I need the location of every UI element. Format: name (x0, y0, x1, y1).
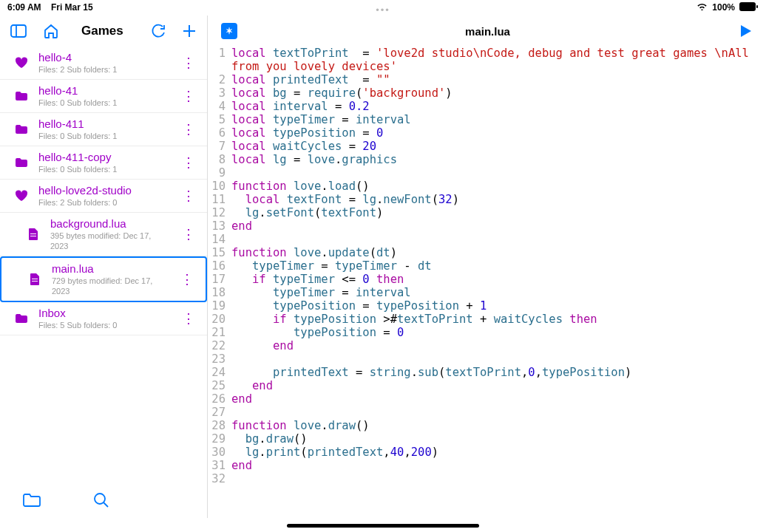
code-line[interactable]: local waitCycles = 20 (231, 140, 376, 153)
file-meta: Files: 0 Sub folders: 1 (38, 164, 170, 174)
panel-toggle-icon[interactable] (10, 24, 27, 38)
code-line[interactable]: from you lovely devices' (231, 60, 397, 73)
svg-rect-9 (32, 281, 38, 282)
line-number: 27 (208, 406, 231, 419)
open-folder-icon[interactable] (22, 493, 41, 508)
code-line[interactable]: end (231, 392, 252, 406)
code-line[interactable]: function love.update(dt) (231, 246, 397, 259)
line-number (208, 60, 231, 73)
line-number: 11 (208, 193, 231, 206)
code-line[interactable]: end (231, 339, 294, 352)
line-number: 5 (208, 113, 231, 126)
file-meta: Files: 0 Sub folders: 1 (38, 98, 170, 108)
more-icon[interactable]: ⋮ (179, 226, 198, 242)
code-line[interactable]: lg.setFont(textFont) (231, 206, 383, 219)
more-icon[interactable]: ⋮ (179, 154, 198, 171)
file-row[interactable]: hello-love2d-studioFiles: 2 Sub folders:… (0, 180, 207, 213)
code-line[interactable]: local printedText = "" (231, 73, 390, 86)
file-name: background.lua (50, 217, 170, 231)
line-number: 1 (208, 47, 231, 60)
search-icon[interactable] (93, 492, 109, 508)
home-icon[interactable] (43, 24, 59, 38)
line-number: 19 (208, 299, 231, 313)
line-number: 20 (208, 313, 231, 326)
code-line[interactable]: bg.draw() (231, 432, 308, 446)
file-meta: 729 bytes modified: Dec 17, 2023 (52, 276, 169, 296)
code-line[interactable]: function love.load() (231, 180, 370, 193)
more-icon[interactable]: ⋮ (179, 55, 198, 71)
line-number: 17 (208, 273, 231, 286)
more-icon[interactable]: ⋮ (179, 188, 198, 204)
code-line[interactable]: typePosition = 0 (231, 326, 404, 339)
file-icon (27, 273, 43, 286)
code-line[interactable]: local textToPrint = 'love2d studio\nCode… (231, 47, 756, 60)
file-row[interactable]: hello-4Files: 2 Sub folders: 1⋮ (0, 47, 207, 80)
line-number: 2 (208, 73, 231, 86)
multitask-dots-icon[interactable]: ••• (0, 4, 766, 16)
code-line[interactable]: if typeTimer <= 0 then (231, 273, 404, 286)
folder-icon (13, 313, 30, 324)
run-icon[interactable] (738, 24, 753, 38)
status-time: 6:09 AM (7, 2, 41, 13)
line-number: 18 (208, 286, 231, 299)
code-line[interactable]: local typePosition = 0 (231, 126, 383, 140)
line-number: 8 (208, 153, 231, 166)
file-meta: Files: 2 Sub folders: 0 (38, 197, 170, 208)
add-icon[interactable] (182, 24, 197, 38)
line-number: 15 (208, 246, 231, 259)
home-indicator[interactable] (287, 524, 479, 528)
code-editor[interactable]: 1local textToPrint = 'love2d studio\nCod… (208, 47, 766, 518)
line-number: 14 (208, 233, 231, 246)
code-line[interactable]: typeTimer = interval (231, 286, 411, 299)
file-row[interactable]: InboxFiles: 5 Sub folders: 0⋮ (0, 302, 207, 335)
file-name: main.lua (52, 262, 169, 276)
more-icon[interactable]: ⋮ (179, 121, 198, 137)
more-icon[interactable]: ⋮ (179, 88, 198, 104)
folder-icon (13, 124, 30, 134)
file-name: hello-41 (38, 84, 170, 98)
more-icon[interactable]: ⋮ (179, 310, 198, 327)
file-row[interactable]: hello-41Files: 0 Sub folders: 1⋮ (0, 80, 207, 113)
svg-point-10 (95, 494, 105, 504)
svg-rect-2 (11, 25, 26, 37)
line-number: 30 (208, 446, 231, 459)
file-icon (25, 228, 41, 241)
svg-rect-1 (756, 5, 758, 8)
line-number: 32 (208, 472, 231, 485)
refresh-icon[interactable] (151, 24, 166, 38)
line-number: 6 (208, 126, 231, 140)
code-line[interactable]: end (231, 459, 252, 472)
svg-rect-0 (739, 2, 756, 11)
code-line[interactable]: local textFont = lg.newFont(32) (231, 193, 459, 206)
svg-rect-7 (30, 236, 36, 236)
code-line[interactable]: if typePosition >#textToPrint + waitCycl… (231, 313, 597, 326)
file-name: hello-4 (38, 51, 170, 64)
file-row[interactable]: main.lua729 bytes modified: Dec 17, 2023… (0, 256, 207, 302)
file-badge-icon[interactable]: ✶ (221, 23, 237, 39)
code-line[interactable]: local bg = require('background') (231, 86, 453, 100)
code-line[interactable]: local lg = love.graphics (231, 153, 397, 166)
file-row[interactable]: hello-411Files: 0 Sub folders: 1⋮ (0, 113, 207, 146)
code-line[interactable]: printedText = string.sub(textToPrint,0,t… (231, 366, 631, 379)
line-number: 21 (208, 326, 231, 339)
line-number: 16 (208, 259, 231, 273)
file-name: Inbox (38, 307, 170, 320)
line-number: 24 (208, 366, 231, 379)
code-line[interactable]: local interval = 0.2 (231, 100, 370, 113)
code-line[interactable]: typeTimer = typeTimer - dt (231, 259, 432, 273)
sidebar-bottom-bar (0, 482, 207, 518)
code-line[interactable]: end (231, 219, 252, 233)
code-line[interactable]: typePosition = typePosition + 1 (231, 299, 487, 313)
code-line[interactable]: lg.print(printedText,40,200) (231, 446, 438, 459)
line-number: 4 (208, 100, 231, 113)
svg-rect-8 (32, 279, 38, 279)
code-line[interactable]: end (231, 379, 273, 392)
code-line[interactable]: local typeTimer = interval (231, 113, 411, 126)
more-icon[interactable]: ⋮ (177, 271, 197, 287)
code-line[interactable]: function love.draw() (231, 419, 370, 432)
file-row[interactable]: background.lua395 bytes modified: Dec 17… (0, 213, 207, 256)
sidebar: Games hello-4Files: 2 Sub folders: 1⋮hel… (0, 16, 208, 518)
file-meta: Files: 2 Sub folders: 1 (38, 64, 170, 75)
file-row[interactable]: hello-411-copyFiles: 0 Sub folders: 1⋮ (0, 146, 207, 180)
line-number: 28 (208, 419, 231, 432)
